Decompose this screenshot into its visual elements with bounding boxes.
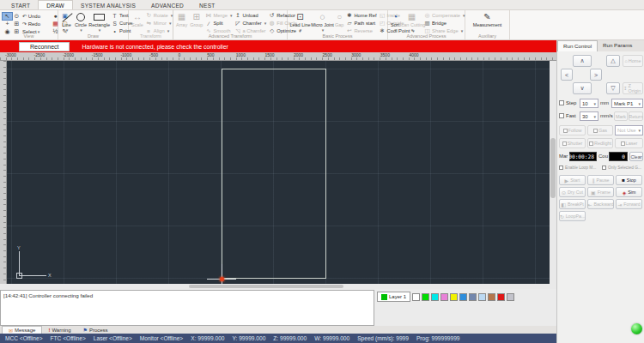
menu-tab-advanced[interactable]: ADVANCED xyxy=(143,1,191,9)
menu-tab-system-analysis[interactable]: SYSTEM ANALYSIS xyxy=(73,1,143,9)
mirror-button[interactable]: ⇋Mirror xyxy=(146,20,173,27)
array-button[interactable]: ▦ Array xyxy=(176,12,187,34)
layer-color-swatch-1[interactable] xyxy=(412,293,420,301)
pan-icon[interactable]: + xyxy=(3,21,12,27)
gas-type-select[interactable]: Not Use xyxy=(615,125,643,135)
scale-label: Scale xyxy=(131,22,143,27)
z-down-button[interactable]: ▽ xyxy=(606,82,620,94)
status-segment: Speed (mm/s): 9999 xyxy=(357,335,409,341)
fast-unit: mm/s xyxy=(600,113,613,118)
rectangle-tool-button[interactable]: Rectangle xyxy=(89,12,109,34)
redo-button[interactable]: ↷ Redo xyxy=(21,21,51,27)
layer-color-swatch-3[interactable] xyxy=(431,293,439,301)
reconnect-button[interactable]: Reconnect xyxy=(19,42,70,51)
jog-up-button[interactable]: ∧ xyxy=(573,55,592,67)
mark-button[interactable]: Mark xyxy=(614,111,628,121)
line-tool-button[interactable]: Line xyxy=(61,12,72,34)
z-origin-button[interactable]: ↧ Z Origin xyxy=(623,82,643,94)
chamfer-button[interactable]: ◸Chamfer xyxy=(234,20,266,27)
array-icon: ▦ xyxy=(178,12,185,22)
pause-button[interactable]: ∥Pause xyxy=(587,175,614,185)
layer-color-swatch-8[interactable] xyxy=(478,293,486,301)
tab-warning[interactable]: ! Warning xyxy=(42,326,76,334)
sim-label: Sim xyxy=(628,190,635,195)
current-layer-button[interactable]: Layer 1 xyxy=(377,292,410,302)
laser-led-icon xyxy=(621,141,625,146)
shutter-led-icon xyxy=(562,141,567,146)
connection-indicator-icon[interactable] xyxy=(631,323,642,334)
z-up-button[interactable]: △ xyxy=(606,55,620,67)
step-checkbox[interactable] xyxy=(559,100,564,105)
tab-run-control[interactable]: Run Control xyxy=(557,40,598,51)
tab-message[interactable]: ✉ Message xyxy=(2,326,42,334)
mark-position-select[interactable]: Mark P1 xyxy=(611,99,643,108)
tab-process[interactable]: ⚑ Process xyxy=(77,326,114,334)
layer-color-swatch-6[interactable] xyxy=(459,293,467,301)
count-display: 0 xyxy=(609,152,628,161)
layer-color-swatch-11[interactable] xyxy=(507,293,514,301)
cursor-select-icon[interactable]: ↖ xyxy=(3,13,12,20)
path-start-button[interactable]: ▱Path start xyxy=(346,20,376,27)
compensate-button[interactable]: ◎Compensate xyxy=(424,12,465,19)
split-button[interactable]: ∕Split xyxy=(205,20,232,27)
menu-tab-start[interactable]: START xyxy=(3,1,38,9)
start-button[interactable]: ▶Start xyxy=(559,175,586,185)
layer-palette: Layer 1 xyxy=(377,292,514,302)
gas-toggle[interactable]: Gas xyxy=(587,125,613,135)
jog-right-button[interactable]: > xyxy=(590,69,602,81)
merge-button[interactable]: ⋈Merge xyxy=(205,12,232,19)
bridge-button[interactable]: ▥Bridge xyxy=(424,20,465,27)
coordinate-axis-indicator: Y X xyxy=(12,251,50,280)
layer-color-swatch-9[interactable] xyxy=(488,293,495,301)
rotate-button[interactable]: ↻Rotate xyxy=(146,12,173,19)
layer-color-swatch-10[interactable] xyxy=(497,293,505,301)
dry-cut-button[interactable]: ⊙Dry Cut xyxy=(559,187,586,197)
menu-tab-draw[interactable]: DRAW xyxy=(38,0,73,9)
zoom-icon[interactable]: ⊙ xyxy=(12,13,21,20)
drawing-canvas[interactable]: Y X xyxy=(7,61,550,284)
step-value-select[interactable]: 10 xyxy=(580,99,598,108)
forward-button[interactable]: ⇥Forward xyxy=(616,199,642,209)
timer-display: 00:00:28 xyxy=(569,152,597,161)
circle-tool-button[interactable]: Circle xyxy=(75,12,87,34)
lead-line-button[interactable]: ⊡ Lead Line xyxy=(290,12,310,34)
return-button[interactable]: Return xyxy=(629,111,643,121)
measurement-button[interactable]: ✎ Measurement xyxy=(468,12,507,34)
layer-color-swatch-5[interactable] xyxy=(450,293,458,301)
only-selected-checkbox[interactable] xyxy=(602,165,606,170)
home-ref-button[interactable]: ✱Home Ref xyxy=(346,12,376,19)
redlight-toggle[interactable]: Redlight xyxy=(587,138,613,148)
backward-button[interactable]: ⇤Backward xyxy=(587,199,614,209)
looppa-button[interactable]: ↻LoopPa... xyxy=(559,211,586,221)
layer-color-swatch-2[interactable] xyxy=(422,293,429,301)
follow-toggle[interactable]: Follow xyxy=(559,125,586,135)
shutter-toggle[interactable]: Shutter xyxy=(559,138,586,148)
fast-checkbox[interactable] xyxy=(559,113,564,118)
stop-button[interactable]: ■Stop xyxy=(616,175,642,185)
tab-run-params[interactable]: Run Params xyxy=(598,40,637,51)
enable-loop-checkbox[interactable] xyxy=(559,165,563,170)
gap-button[interactable]: ○ Gap xyxy=(335,12,343,34)
unload-button[interactable]: ↥Unload xyxy=(234,12,266,19)
step-value: 10 xyxy=(582,101,588,106)
clear-button[interactable]: Clear xyxy=(629,152,643,161)
sim-button[interactable]: ◈Sim xyxy=(616,187,642,197)
home-button[interactable]: ⌂ Home xyxy=(623,55,643,67)
jog-left-button[interactable]: < xyxy=(561,69,573,81)
fast-value-select[interactable]: 30 xyxy=(580,111,598,121)
layer-color-swatch-7[interactable] xyxy=(469,293,477,301)
frame-button[interactable]: ▣Frame xyxy=(587,187,614,197)
micro-joint-label: Micro Joint xyxy=(311,22,334,27)
group-button[interactable]: ⊞ Group xyxy=(190,12,203,34)
scale-button[interactable]: ↔ Scale xyxy=(131,12,143,34)
fit-icon[interactable]: ⊞ xyxy=(12,21,21,27)
jog-down-button[interactable]: ∨ xyxy=(573,82,592,94)
layer-color-swatch-4[interactable] xyxy=(440,293,448,301)
laser-toggle[interactable]: Laser xyxy=(615,138,643,148)
undo-button[interactable]: ↶ Undo xyxy=(21,13,51,19)
menu-tab-nest[interactable]: NEST xyxy=(191,1,223,9)
scan-cutting-button[interactable]: ▦ Scan Cutting xyxy=(402,12,422,34)
micro-joint-button[interactable]: ◌ Micro Joint xyxy=(313,12,332,34)
breakpt-button[interactable]: ◧BreakPt xyxy=(559,199,586,209)
vertical-scrollbar[interactable] xyxy=(550,61,556,284)
